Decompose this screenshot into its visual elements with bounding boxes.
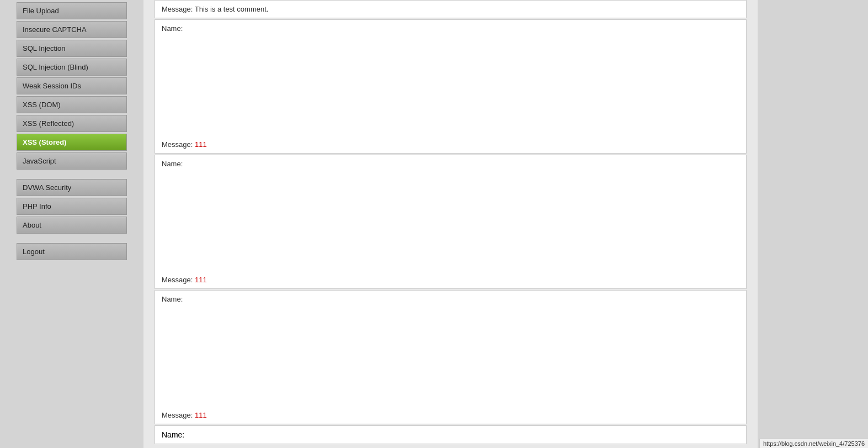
sidebar-item-sql-injection[interactable]: SQL Injection xyxy=(17,40,127,57)
comment-name-label-3: Name: xyxy=(162,295,739,303)
right-panel xyxy=(758,0,868,448)
sidebar: File Upload Insecure CAPTCHA SQL Injecti… xyxy=(17,0,127,260)
comment-name-label-2: Name: xyxy=(162,160,739,168)
sidebar-item-sql-injection-blind[interactable]: SQL Injection (Blind) xyxy=(17,59,127,76)
sidebar-item-xss-stored[interactable]: XSS (Stored) xyxy=(17,134,127,151)
first-message-text: This is a test comment. xyxy=(195,5,269,13)
message-label-2: Message: xyxy=(162,276,193,284)
comment-entry-1: Name: Message: 111 xyxy=(155,19,747,154)
comment-message-1: Message: 111 xyxy=(162,140,739,149)
logout-button[interactable]: Logout xyxy=(17,243,127,260)
comment-name-label-4: Name: xyxy=(162,430,739,439)
comment-entry-2: Name: Message: 111 xyxy=(155,155,747,289)
sidebar-item-dvwa-security[interactable]: DVWA Security xyxy=(17,179,127,196)
sidebar-item-weak-session-ids[interactable]: Weak Session IDs xyxy=(17,77,127,94)
left-panel: File Upload Insecure CAPTCHA SQL Injecti… xyxy=(0,0,143,448)
comment-entry-4: Name: xyxy=(155,425,747,444)
sidebar-item-xss-reflected[interactable]: XSS (Reflected) xyxy=(17,115,127,132)
sidebar-item-javascript[interactable]: JavaScript xyxy=(17,152,127,170)
message-label-3: Message: xyxy=(162,411,193,419)
sidebar-item-insecure-captcha[interactable]: Insecure CAPTCHA xyxy=(17,21,127,38)
url-bar: https://blog.csdn.net/weixin_4/725376 xyxy=(759,439,868,448)
comment-entry-first: Message: This is a test comment. xyxy=(155,0,747,18)
message-value-3: 111 xyxy=(195,411,207,419)
comment-message-2: Message: 111 xyxy=(162,276,739,284)
sidebar-item-xss-dom[interactable]: XSS (DOM) xyxy=(17,96,127,113)
comment-name-label-1: Name: xyxy=(162,24,739,33)
comment-message-3: Message: 111 xyxy=(162,411,739,419)
message-value-2: 111 xyxy=(195,276,207,284)
sidebar-item-file-upload[interactable]: File Upload xyxy=(17,2,127,19)
main-content: Message: This is a test comment. Name: M… xyxy=(143,0,758,448)
message-value-1: 111 xyxy=(195,140,207,149)
content-area: Message: This is a test comment. Name: M… xyxy=(143,0,758,448)
first-comment-message: Message: This is a test comment. xyxy=(162,5,739,13)
sidebar-item-php-info[interactable]: PHP Info xyxy=(17,198,127,215)
comment-entry-3: Name: Message: 111 xyxy=(155,290,747,424)
sidebar-item-about[interactable]: About xyxy=(17,217,127,234)
message-label-1: Message: xyxy=(162,140,193,149)
first-message-label: Message: xyxy=(162,5,193,13)
